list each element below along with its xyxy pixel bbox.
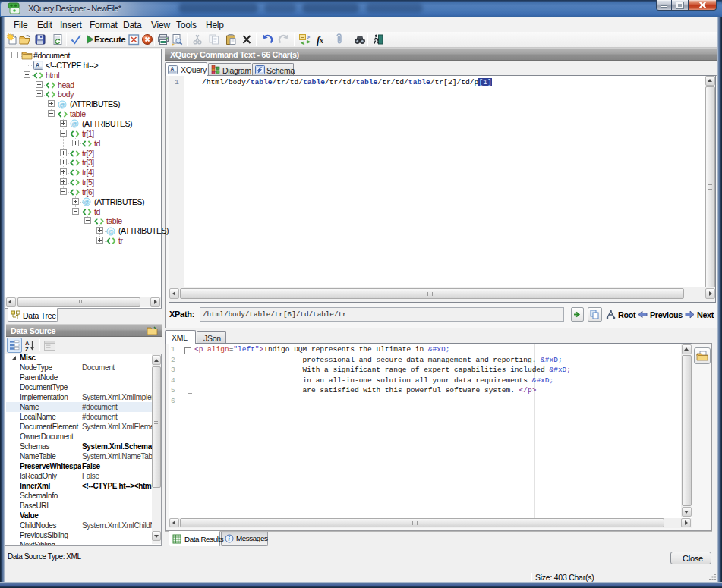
svg-text:A: A [36,61,39,67]
svg-text:@: @ [84,199,89,206]
svg-text:@: @ [71,121,77,127]
svg-text:@: @ [59,101,65,108]
svg-text:@: @ [108,228,113,234]
svg-text:Z: Z [25,346,29,352]
svg-text:A: A [170,66,174,71]
